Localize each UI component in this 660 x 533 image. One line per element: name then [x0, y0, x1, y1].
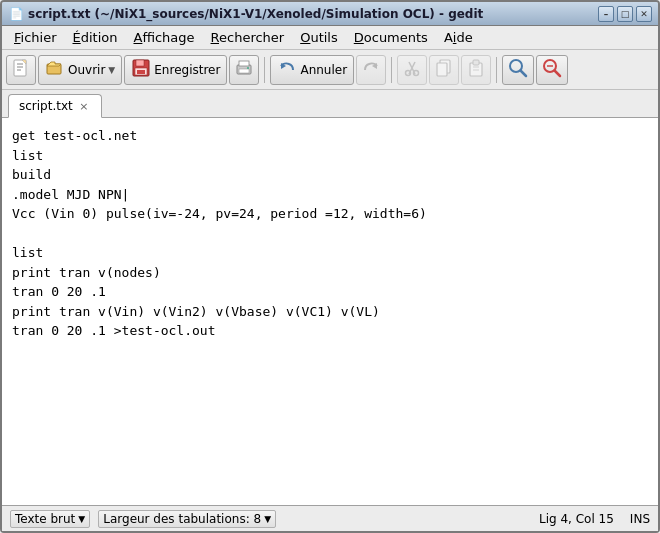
- cut-button[interactable]: [397, 55, 427, 85]
- open-label: Ouvrir: [68, 63, 105, 77]
- close-button[interactable]: ✕: [636, 6, 652, 22]
- new-button[interactable]: [6, 55, 36, 85]
- statusbar-right: Lig 4, Col 15 INS: [539, 512, 650, 526]
- paste-icon: [466, 58, 486, 81]
- separator-1: [264, 57, 265, 83]
- svg-rect-7: [136, 60, 144, 66]
- text-type-dropdown-arrow: ▼: [78, 514, 85, 524]
- save-icon: [131, 58, 151, 81]
- open-button[interactable]: Ouvrir ▼: [38, 55, 122, 85]
- open-icon: [45, 58, 65, 81]
- tab-close-button[interactable]: ×: [77, 99, 91, 113]
- redo-button[interactable]: [356, 55, 386, 85]
- tab-width-selector[interactable]: Largeur des tabulations: 8 ▼: [98, 510, 276, 528]
- separator-3: [496, 57, 497, 83]
- tabbar: script.txt ×: [2, 90, 658, 118]
- titlebar-left: 📄 script.txt (~/NiX1_sources/NiX1-V1/Xen…: [8, 6, 483, 22]
- svg-rect-21: [437, 63, 447, 76]
- save-button[interactable]: Enregistrer: [124, 55, 227, 85]
- print-icon: [234, 58, 254, 81]
- search2-button[interactable]: [536, 55, 568, 85]
- undo-button[interactable]: Annuler: [270, 55, 354, 85]
- app-icon: 📄: [8, 6, 24, 22]
- new-icon: [11, 58, 31, 82]
- svg-rect-11: [239, 61, 249, 66]
- cursor-position-label: Lig 4, Col 15: [539, 512, 614, 526]
- undo-label: Annuler: [300, 63, 347, 77]
- statusbar: Texte brut ▼ Largeur des tabulations: 8 …: [2, 505, 658, 531]
- tab-script[interactable]: script.txt ×: [8, 94, 102, 118]
- app-window: 📄 script.txt (~/NiX1_sources/NiX1-V1/Xen…: [0, 0, 660, 533]
- ins-mode-label: INS: [630, 512, 650, 526]
- tab-label: script.txt: [19, 99, 73, 113]
- svg-point-13: [247, 67, 249, 69]
- minimize-button[interactable]: –: [598, 6, 614, 22]
- open-dropdown-arrow: ▼: [108, 65, 115, 75]
- toolbar: Ouvrir ▼ Enregistrer: [2, 50, 658, 90]
- svg-rect-9: [137, 70, 145, 74]
- editor-area[interactable]: get test-ocl.net list build .model MJD N…: [2, 118, 658, 505]
- svg-rect-23: [473, 60, 479, 65]
- svg-line-29: [555, 71, 561, 77]
- print-button[interactable]: [229, 55, 259, 85]
- window-title: script.txt (~/NiX1_sources/NiX1-V1/Xenol…: [28, 7, 483, 21]
- titlebar-buttons: – □ ✕: [598, 6, 652, 22]
- paste-button[interactable]: [461, 55, 491, 85]
- menu-fichier[interactable]: Fichier: [6, 28, 65, 47]
- search2-icon: [541, 57, 563, 82]
- copy-button[interactable]: [429, 55, 459, 85]
- cut-icon: [402, 58, 422, 81]
- svg-point-18: [406, 71, 411, 76]
- maximize-button[interactable]: □: [617, 6, 633, 22]
- menu-outils[interactable]: Outils: [292, 28, 346, 47]
- copy-icon: [434, 58, 454, 81]
- tab-width-dropdown-arrow: ▼: [264, 514, 271, 524]
- search-icon: [507, 57, 529, 82]
- titlebar: 📄 script.txt (~/NiX1_sources/NiX1-V1/Xen…: [2, 2, 658, 26]
- menu-rechercher[interactable]: Rechercher: [203, 28, 293, 47]
- separator-2: [391, 57, 392, 83]
- menu-affichage[interactable]: Affichage: [125, 28, 202, 47]
- tab-width-label: Largeur des tabulations: 8: [103, 512, 261, 526]
- svg-rect-12: [239, 69, 249, 73]
- undo-icon: [277, 58, 297, 81]
- menubar: Fichier Édition Affichage Rechercher Out…: [2, 26, 658, 50]
- svg-line-27: [521, 71, 527, 77]
- menu-aide[interactable]: Aide: [436, 28, 481, 47]
- search-button[interactable]: [502, 55, 534, 85]
- redo-icon: [361, 58, 381, 81]
- svg-point-19: [414, 71, 419, 76]
- menu-edition[interactable]: Édition: [65, 28, 126, 47]
- text-type-label: Texte brut: [15, 512, 75, 526]
- text-type-selector[interactable]: Texte brut ▼: [10, 510, 90, 528]
- save-label: Enregistrer: [154, 63, 220, 77]
- menu-documents[interactable]: Documents: [346, 28, 436, 47]
- statusbar-left: Texte brut ▼ Largeur des tabulations: 8 …: [10, 510, 276, 528]
